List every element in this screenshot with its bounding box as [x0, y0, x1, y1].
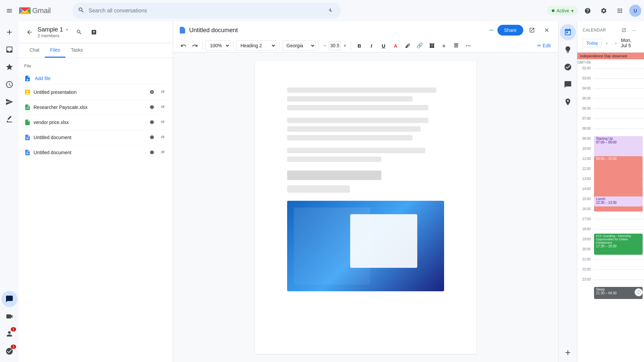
maps-app-button[interactable]: [560, 94, 576, 110]
file-drive-button[interactable]: [147, 87, 157, 97]
increase-font-button[interactable]: +: [341, 40, 348, 51]
calendar-external-button[interactable]: [619, 25, 629, 35]
tab-tasks[interactable]: Tasks: [65, 43, 88, 58]
time-13: 13:00: [577, 176, 593, 181]
doc-content[interactable]: [173, 53, 558, 362]
starred-button[interactable]: [1, 59, 17, 75]
independence-day-event[interactable]: Independence Day observed: [577, 53, 644, 59]
file-drive-button[interactable]: [147, 133, 157, 142]
file-name: Untitled document: [34, 135, 145, 140]
calendar-more-button[interactable]: ⋯: [629, 25, 639, 35]
toolbar-divider: [351, 42, 351, 50]
event-time: 12:30 – 13:30: [596, 201, 641, 204]
event-time: 17:30 – 19:30: [596, 244, 641, 248]
tab-chat[interactable]: Chat: [24, 43, 45, 58]
text-color-button[interactable]: A: [390, 40, 401, 51]
tasks-button[interactable]: 1: [1, 343, 17, 359]
edit-mode-button[interactable]: ✏ Edit: [535, 40, 553, 51]
doc-close-button[interactable]: [541, 24, 553, 36]
zoom-select[interactable]: 100%: [206, 40, 230, 51]
file-more-button[interactable]: [158, 118, 167, 127]
file-more-button[interactable]: [158, 87, 167, 97]
active-status-badge[interactable]: Active ▾: [547, 6, 578, 15]
font-size-input[interactable]: [329, 41, 341, 50]
search-options-icon[interactable]: [326, 5, 335, 16]
user-avatar[interactable]: U: [629, 5, 641, 17]
tab-files[interactable]: Files: [45, 43, 66, 58]
meet-button[interactable]: [1, 308, 17, 324]
chat-app-button[interactable]: [560, 76, 576, 93]
time-20: 20:00: [577, 247, 593, 251]
file-drive-button[interactable]: [147, 118, 157, 127]
undo-button[interactable]: [178, 40, 189, 51]
cal-date-nav: Today ‹ › Mon, Jul 5: [583, 38, 639, 48]
event-fcc[interactable]: FCC Guesting - Internship Opportunities …: [594, 234, 643, 255]
more-button[interactable]: ⋯: [463, 40, 473, 51]
list-button[interactable]: ☰: [450, 40, 461, 51]
inbox-button[interactable]: [1, 42, 17, 58]
right-nav: [558, 21, 577, 362]
doc-embedded-image: [287, 201, 444, 291]
doc-text-line: [287, 118, 428, 123]
doc-title[interactable]: Untitled document: [189, 27, 485, 34]
open-external-button[interactable]: [526, 24, 538, 36]
doc-area: Untitled document Share: [173, 21, 558, 362]
settings-button[interactable]: [597, 4, 610, 17]
tasks-app-button[interactable]: [560, 59, 576, 75]
doc-title-actions: Share: [497, 24, 553, 36]
cal-next-button[interactable]: ›: [612, 38, 620, 48]
underline-button[interactable]: U: [378, 40, 389, 51]
cal-prev-button[interactable]: ‹: [603, 38, 611, 48]
time-17: 17:00: [577, 217, 593, 221]
main-layout: 1 1 Sample 1 2 membe: [0, 21, 644, 362]
align-button[interactable]: ≡: [438, 40, 449, 51]
link-button[interactable]: 🔗: [414, 40, 425, 51]
chat-search-button[interactable]: [72, 25, 86, 39]
heading-select[interactable]: Heading 2: [236, 40, 276, 51]
image-button[interactable]: 🖼: [426, 40, 437, 51]
calendar-info-button[interactable]: ⓘ: [635, 288, 643, 296]
calendar-timeline[interactable]: GMT+08 02:00 03:00 04:00 05:00 06:00 07:…: [577, 59, 644, 362]
toolbar-divider: [279, 42, 279, 50]
topbar: Gmail Active ▾: [0, 0, 644, 21]
back-button[interactable]: [24, 27, 35, 38]
add-file-button[interactable]: Add file: [24, 72, 167, 84]
chat-button[interactable]: [1, 291, 17, 307]
file-name: Researcher Payscale.xlsx: [34, 105, 145, 110]
today-button[interactable]: Today: [583, 39, 602, 47]
share-button[interactable]: Share: [497, 25, 523, 36]
event-title: FCC Guesting - Internship Opportunities …: [596, 234, 641, 244]
event-time: 07:00 – 09:00: [596, 140, 641, 144]
chat-popout-button[interactable]: [87, 25, 101, 39]
sent-button[interactable]: [1, 94, 17, 110]
highlight-button[interactable]: 🖊: [402, 40, 413, 51]
hamburger-button[interactable]: [3, 4, 16, 17]
event-lunch[interactable]: Lunch 12:30 – 13:30: [594, 196, 643, 206]
search-bar: [72, 3, 341, 19]
help-button[interactable]: [581, 4, 594, 17]
time-04: 04:00: [577, 86, 593, 90]
file-more-button[interactable]: [158, 103, 167, 112]
sheet-icon: [24, 104, 31, 111]
drafts-button[interactable]: [1, 111, 17, 127]
event-starting-up[interactable]: Starting Up 07:00 – 09:00: [594, 136, 643, 156]
file-drive-button[interactable]: [147, 103, 157, 112]
italic-button[interactable]: I: [366, 40, 377, 51]
apps-button[interactable]: [613, 4, 627, 17]
time-18: 18:00: [577, 227, 593, 231]
redo-button[interactable]: [190, 40, 200, 51]
font-select[interactable]: Georgia: [282, 40, 316, 51]
compose-button[interactable]: [1, 24, 17, 40]
keep-app-button[interactable]: [560, 42, 576, 58]
bold-button[interactable]: B: [354, 40, 365, 51]
file-more-button[interactable]: [158, 133, 167, 142]
calendar-app-button[interactable]: [560, 24, 576, 40]
add-apps-button[interactable]: [561, 346, 575, 359]
decrease-font-button[interactable]: −: [321, 40, 328, 51]
file-more-button[interactable]: [158, 148, 167, 157]
snoozed-button[interactable]: [1, 76, 17, 93]
file-drive-button[interactable]: [147, 148, 157, 157]
search-input[interactable]: [89, 8, 322, 14]
contacts-button[interactable]: 1: [1, 326, 17, 342]
doc-saved-icon: [488, 27, 495, 34]
